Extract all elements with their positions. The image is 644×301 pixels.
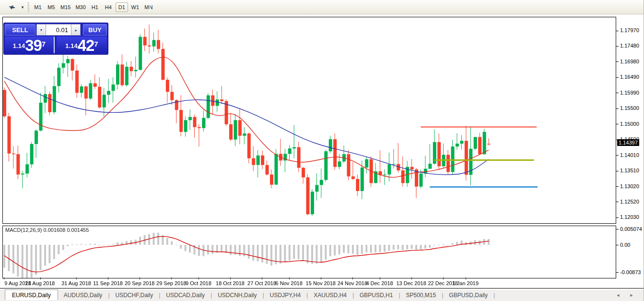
macd-canvas[interactable] (3, 226, 616, 278)
one-click-trade-panel: SELL ▼ ▲ BUY 1.14 39 7 1.14 42 7 (4, 23, 108, 54)
timeframe-button-d1[interactable]: D1 (116, 2, 128, 12)
price-tick-label: 1.13510 (620, 168, 639, 173)
macd-tick-mark (616, 245, 619, 245)
price-tick-mark (616, 202, 619, 202)
buy-price-prefix: 1.14 (65, 39, 77, 53)
date-tick-mark (40, 277, 41, 279)
price-tick-label: 1.13020 (620, 183, 639, 189)
macd-tick-mark (616, 272, 619, 273)
macd-tick-label: -0.00873 (620, 269, 641, 275)
tab-usdcad-daily[interactable]: USDCAD,Daily (160, 292, 211, 299)
buy-price-button[interactable]: 1.14 42 7 (57, 36, 107, 53)
date-tick-mark (230, 277, 231, 279)
sell-button[interactable]: SELL (5, 24, 35, 36)
date-tick-label: 1 Jan 2019 (449, 280, 482, 286)
date-tick-mark (199, 277, 199, 279)
date-tick-label: 15 Nov 2018 (304, 280, 338, 286)
price-axis: 1.179701.174801.169801.164901.159901.155… (616, 14, 644, 278)
tab-usdjpy-h4[interactable]: USDJPY,H4 (264, 292, 306, 299)
buy-button[interactable]: BUY (83, 24, 107, 36)
macd-tick-label: 0.00 (620, 242, 630, 248)
tab-separator: | (493, 292, 495, 299)
timeframe-button-m30[interactable]: M30 (73, 2, 87, 12)
volume-increase-button[interactable]: ▲ (71, 24, 81, 36)
price-tick-label: 1.16490 (620, 74, 639, 80)
price-tick-mark (616, 61, 619, 62)
date-tick-mark (76, 277, 77, 279)
date-tick-label: 4 Dec 2018 (363, 280, 397, 286)
timeframe-button-m15[interactable]: M15 (59, 2, 72, 12)
date-tick-label: 31 Aug 2018 (59, 280, 93, 286)
volume-decrease-button[interactable]: ▼ (36, 24, 46, 36)
timeframe-button-h4[interactable]: H4 (102, 2, 115, 12)
tab-usdchf-daily[interactable]: USDCHF,Daily (110, 292, 159, 299)
date-tick-label: 18 Oct 2018 (213, 280, 247, 286)
chart-bottom-border (0, 288, 644, 289)
sell-price-big: 39 (25, 37, 42, 53)
mt4-window: ▼ M1M5M15M30H1H4D1W1MN ▲EURUSD,Daily 1.1… (0, 0, 644, 301)
macd-indicator-pane[interactable] (2, 226, 616, 278)
date-tick-mark (411, 277, 412, 279)
tab-eurusd-daily-active[interactable]: EURUSD,Daily (5, 289, 58, 300)
timeframe-button-m5[interactable]: M5 (45, 2, 58, 12)
date-tick-mark (380, 277, 380, 279)
tab-gbpusd-h1[interactable]: GBPUSD,H1 (354, 292, 398, 299)
price-tick-label: 1.12030 (620, 214, 639, 220)
price-tick-label: 1.12520 (620, 199, 639, 205)
price-tick-label: 1.17970 (620, 27, 639, 33)
tab-usdcnh-daily[interactable]: USDCNH,Daily (212, 292, 262, 299)
tabbar-scroll-left-icon[interactable]: ◄ (615, 292, 621, 299)
timeframe-button-m1[interactable]: M1 (32, 2, 44, 12)
price-tick-mark (616, 186, 619, 187)
date-tick-mark (171, 277, 172, 279)
price-tick-mark (616, 93, 619, 93)
price-tick-mark (616, 124, 619, 124)
date-tick-mark (466, 277, 466, 279)
date-tick-label: 9 Oct 2018 (182, 280, 215, 286)
price-tick-label: 1.15500 (620, 105, 639, 111)
timeframes-toolbar: ▼ M1M5M15M30H1H4D1W1MN (0, 0, 644, 14)
price-tick-mark (616, 77, 619, 78)
date-axis: 9 Aug 201821 Aug 201831 Aug 201811 Sep 2… (0, 278, 644, 288)
double-arrow-icon (8, 4, 16, 11)
symbol-tool-icon[interactable] (5, 2, 19, 12)
tab-sp500-m15[interactable]: SP500,M15 (400, 292, 442, 299)
timeframe-button-w1[interactable]: W1 (129, 2, 141, 12)
date-tick-mark (321, 277, 321, 279)
buy-price-big: 42 (78, 37, 94, 53)
price-tick-mark (616, 46, 619, 47)
price-tick-label: 1.14010 (620, 152, 639, 158)
price-tick-label: 1.15000 (620, 121, 639, 127)
sell-price-pip: 7 (42, 37, 46, 51)
price-tick-label: 1.16980 (620, 59, 639, 64)
date-tick-mark (352, 277, 353, 279)
date-tick-label: 21 Aug 2018 (23, 280, 57, 286)
date-tick-label: 20 Sep 2018 (123, 280, 156, 286)
timeframe-button-h1[interactable]: H1 (89, 2, 101, 12)
tab-audusd-daily[interactable]: AUDUSD,Daily (58, 292, 108, 299)
volume-input[interactable] (46, 24, 71, 36)
date-tick-mark (4, 277, 4, 279)
toolbar-dropdown-caret[interactable]: ▼ (19, 2, 26, 12)
tabbar-scroll-right-icon[interactable]: ► (628, 292, 635, 299)
price-tick-mark (616, 108, 619, 109)
date-tick-mark (262, 277, 262, 279)
toolbar-drag-handle[interactable] (27, 2, 29, 12)
price-tick-label: 1.15990 (620, 90, 639, 96)
sell-price-button[interactable]: 1.14 39 7 (5, 36, 55, 53)
date-tick-label: 13 Dec 2018 (395, 280, 428, 286)
timeframe-button-mn[interactable]: MN (142, 2, 155, 12)
date-tick-mark (289, 277, 290, 279)
date-tick-label: 6 Nov 2018 (272, 280, 306, 286)
tab-xauusd-h4[interactable]: XAUUSD,H4 (308, 292, 352, 299)
price-tick-mark (616, 155, 619, 156)
price-tick-mark (616, 171, 619, 171)
chart-tabbar: EURUSD,Daily AUDUSD,Daily|USDCHF,Daily|U… (0, 289, 644, 301)
date-tick-label: 11 Sep 2018 (91, 280, 125, 286)
current-price-badge: 1.14397 (617, 139, 639, 146)
toolbar-separator (150, 2, 150, 12)
tab-gbpusd-daily[interactable]: GBPUSD,Daily (443, 292, 493, 299)
price-tick-mark (616, 31, 619, 31)
date-tick-mark (443, 277, 444, 279)
macd-indicator-label: MACD(12,26,9) 0.001608 0.001455 (5, 227, 89, 233)
